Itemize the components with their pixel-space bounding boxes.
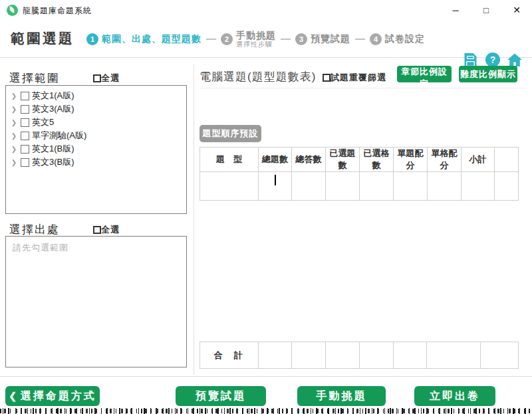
svg-text:?: ? [490, 54, 496, 65]
total-cell [481, 342, 519, 369]
step-separator [355, 39, 365, 40]
step-separator [206, 39, 216, 40]
tree-item-label: 英文3(A版) [32, 103, 74, 115]
chevron-right-icon[interactable]: ❯ [10, 92, 18, 100]
step-3-preview[interactable]: 3 預覽試題 [295, 33, 350, 45]
duplicate-filter-checkbox[interactable] [323, 74, 331, 82]
source-placeholder: 請先勾選範圍 [6, 237, 186, 259]
tree-checkbox[interactable] [21, 158, 29, 167]
range-select-all-checkbox[interactable] [93, 74, 101, 82]
clipped-text-strip [0, 407, 532, 414]
source-select-all-checkbox[interactable] [93, 226, 101, 234]
preview-questions-button[interactable]: 預覽試題 [176, 386, 266, 406]
tree-checkbox[interactable] [21, 145, 29, 154]
tree-item-book3[interactable]: ❯ 英文5 [6, 116, 186, 129]
col-total-questions: 總題數 [259, 148, 292, 172]
total-label: 合 計 [200, 342, 259, 369]
col-extra [495, 148, 519, 172]
tree-item-label: 英文3(B版) [32, 156, 74, 168]
cell-selected-blanks[interactable] [360, 172, 394, 201]
chapter-ratio-button[interactable]: 章節比例設定 [397, 66, 452, 82]
page-header: 範圍選題 1 範圍、出處、題型題數 2 手動挑題 選擇性步驟 3 預覽試題 [0, 20, 532, 58]
col-subtotal: 小計 [462, 148, 495, 172]
col-selected-blanks: 已選格數 [360, 148, 394, 172]
chevron-right-icon[interactable]: ❯ [10, 146, 18, 153]
step-4-paper-settings[interactable]: 4 試卷設定 [370, 33, 425, 45]
col-total-answers: 總答數 [292, 148, 326, 172]
back-button-label: 選擇命題方式 [21, 389, 96, 403]
cell-selected-questions[interactable] [326, 172, 360, 201]
close-button[interactable]: ✕ [501, 0, 532, 20]
step-2-sublabel: 選擇性步驟 [236, 41, 276, 49]
tree-item-book1[interactable]: ❯ 英文1(A版) [6, 89, 186, 102]
type-order-preset-button[interactable]: 題型順序預設 [200, 125, 261, 142]
step-3-label: 預覽試題 [311, 33, 350, 45]
minimize-button[interactable]: ─ [440, 0, 471, 20]
total-row-table: 合 計 [200, 342, 519, 369]
difficulty-ratio-button[interactable]: 難度比例顯示 [459, 66, 517, 82]
cell-points-per-question[interactable] [394, 172, 428, 201]
step-2-label: 手動挑題 [236, 30, 276, 41]
window-titlebar: 龍騰題庫命題系統 ─ □ ✕ [0, 0, 532, 20]
app-window: 龍騰題庫命題系統 ─ □ ✕ 範圍選題 1 範圍、出處、題型題數 2 手動挑題 … [0, 0, 532, 414]
source-title: 選擇出處 [9, 223, 60, 236]
footer-divider [0, 376, 532, 377]
chevron-right-icon[interactable]: ❯ [10, 159, 18, 166]
total-cell [326, 342, 360, 369]
chevron-right-icon[interactable]: ❯ [10, 106, 18, 113]
cell-total-questions[interactable] [259, 172, 292, 201]
tree-item-book2[interactable]: ❯ 英文3(A版) [6, 102, 186, 116]
source-select-all[interactable]: 全選 [93, 223, 120, 236]
wizard-steps: 1 範圍、出處、題型題數 2 手動挑題 選擇性步驟 3 預覽試題 4 試卷設定 [86, 20, 425, 58]
tree-item-label: 單字測驗(A版) [32, 130, 86, 142]
page-title: 範圍選題 [11, 29, 74, 48]
total-cell [427, 342, 481, 369]
choose-method-back-button[interactable]: ❮ 選擇命題方式 [5, 386, 100, 406]
tree-checkbox[interactable] [21, 118, 29, 127]
step-1-range[interactable]: 1 範圍、出處、題型題數 [86, 33, 201, 45]
source-select-all-label: 全選 [101, 225, 120, 235]
cell-points-per-blank[interactable] [428, 172, 462, 201]
cell-subtotal [462, 172, 495, 201]
text-cursor [275, 175, 276, 185]
tree-item-book5[interactable]: ❯ 英文1(B版) [6, 142, 186, 155]
tree-item-book6[interactable]: ❯ 英文3(B版) [6, 155, 186, 169]
generate-paper-button[interactable]: 立即出卷 [414, 386, 495, 406]
table-header-row: 題 型 總題數 總答數 已選題數 已選格數 單題配分 單格配分 小計 [200, 148, 519, 172]
tree-checkbox[interactable] [21, 105, 29, 114]
tree-item-label: 英文1(B版) [32, 143, 74, 155]
source-list: 請先勾選範圍 [5, 236, 187, 367]
range-tree: ❯ 英文1(A版) ❯ 英文3(A版) ❯ 英文5 ❯ 單字測驗(A版) ❯ 英… [5, 85, 187, 214]
source-section-header: 選擇出處 全選 [9, 222, 189, 237]
col-points-per-question: 單題配分 [394, 148, 428, 172]
window-controls: ─ □ ✕ [440, 0, 532, 20]
total-cell [360, 342, 394, 369]
chevron-right-icon[interactable]: ❯ [10, 119, 18, 126]
duplicate-filter-label: 試題重覆篩選 [331, 72, 386, 82]
step-1-badge: 1 [86, 33, 98, 45]
tree-checkbox[interactable] [21, 92, 29, 100]
maximize-button[interactable]: □ [471, 0, 501, 20]
range-title: 選擇範圍 [9, 72, 60, 84]
step-separator [281, 39, 291, 40]
question-type-table: 題 型 總題數 總答數 已選題數 已選格數 單題配分 單格配分 小計 [200, 147, 519, 201]
cell-question-type[interactable] [200, 172, 259, 201]
duplicate-filter[interactable]: 試題重覆篩選 [323, 71, 386, 84]
cell-extra [495, 172, 519, 201]
step-4-badge: 4 [370, 33, 382, 45]
window-title: 龍騰題庫命題系統 [23, 5, 92, 17]
app-logo-icon [7, 5, 18, 16]
tree-item-label: 英文1(A版) [32, 90, 74, 102]
total-cell [259, 342, 292, 369]
manual-pick-button[interactable]: 手動挑題 [297, 386, 386, 406]
tree-item-book4[interactable]: ❯ 單字測驗(A版) [6, 129, 186, 142]
total-cell [394, 342, 427, 369]
step-3-badge: 3 [295, 33, 307, 45]
step-2-badge: 2 [221, 33, 233, 45]
chevron-right-icon[interactable]: ❯ [10, 132, 18, 140]
range-select-all[interactable]: 全選 [93, 72, 120, 84]
range-select-all-label: 全選 [101, 73, 120, 83]
step-2-manual-pick[interactable]: 2 手動挑題 選擇性步驟 [221, 30, 276, 49]
tree-checkbox[interactable] [21, 132, 29, 140]
cell-total-answers[interactable] [292, 172, 326, 201]
